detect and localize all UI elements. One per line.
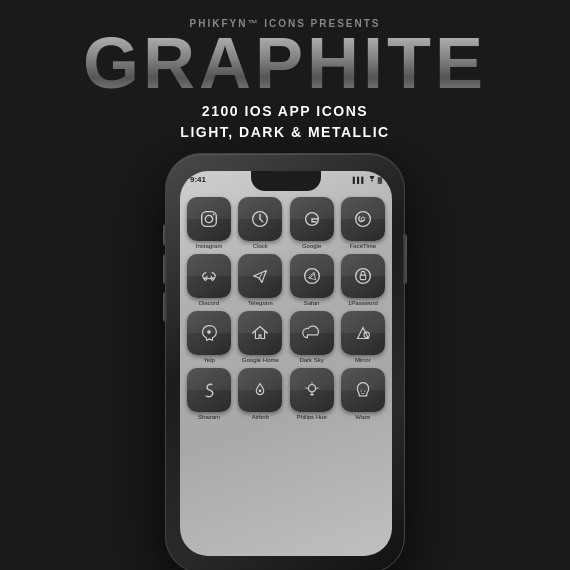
facetime-icon-bg [341, 197, 385, 241]
svg-point-17 [207, 330, 211, 334]
main-title: GRAPHITE [83, 27, 487, 99]
svg-line-11 [259, 273, 262, 279]
app-google-home[interactable]: Google Home [237, 311, 283, 363]
signal-icon: ▌▌▌ [353, 177, 366, 183]
airbnb-icon-bg [238, 368, 282, 412]
app-mirror[interactable]: Mirror [340, 311, 386, 363]
screen-content: Instagram Clock [186, 193, 386, 420]
discord-label: Discord [199, 300, 219, 306]
google-home-label: Google Home [242, 357, 279, 363]
volume-up-button [163, 254, 167, 284]
svg-rect-16 [360, 275, 366, 280]
svg-point-10 [211, 276, 213, 278]
svg-point-28 [360, 390, 361, 391]
svg-point-21 [259, 390, 262, 393]
airbnb-label: Airbnb [252, 414, 269, 420]
app-discord[interactable]: Discord [186, 254, 232, 306]
silent-switch [163, 224, 167, 246]
app-grid: Instagram Clock [186, 197, 386, 420]
svg-point-7 [356, 212, 371, 227]
app-airbnb[interactable]: Airbnb [237, 368, 283, 420]
app-telegram[interactable]: Telegram [237, 254, 283, 306]
phone-screen: 9:41 ▌▌▌ ▓ [180, 171, 392, 556]
app-clock[interactable]: Clock [237, 197, 283, 249]
app-waze[interactable]: Waze [340, 368, 386, 420]
app-instagram[interactable]: Instagram [186, 197, 232, 249]
philips-hue-label: Philips Hue [296, 414, 326, 420]
facetime-label: FaceTime [350, 243, 376, 249]
wifi-icon [368, 176, 376, 184]
app-google[interactable]: Google [289, 197, 335, 249]
google-icon-bg [290, 197, 334, 241]
phone-mockup: 9:41 ▌▌▌ ▓ [165, 153, 405, 553]
waze-icon-bg [341, 368, 385, 412]
app-shazam[interactable]: Shazam [186, 368, 232, 420]
svg-point-9 [206, 276, 208, 278]
status-time: 9:41 [190, 175, 206, 184]
dark-sky-icon-bg [290, 311, 334, 355]
google-home-icon-bg [238, 311, 282, 355]
clock-label: Clock [253, 243, 268, 249]
mirror-icon-bg [341, 311, 385, 355]
shazam-label: Shazam [198, 414, 220, 420]
header: PHIKFYN™ ICONS PRESENTS GRAPHITE 2100 iO… [83, 0, 487, 143]
instagram-label: Instagram [196, 243, 223, 249]
svg-point-22 [308, 385, 315, 392]
dark-sky-label: Dark Sky [299, 357, 323, 363]
waze-label: Waze [355, 414, 370, 420]
yelp-label: Yelp [203, 357, 214, 363]
clock-icon-bg [238, 197, 282, 241]
app-yelp[interactable]: Yelp [186, 311, 232, 363]
instagram-icon-bg [187, 197, 231, 241]
app-1password[interactable]: 1Password [340, 254, 386, 306]
discord-icon-bg [187, 254, 231, 298]
notch [251, 171, 321, 191]
power-button [403, 234, 407, 284]
svg-marker-18 [357, 328, 368, 339]
volume-down-button [163, 292, 167, 322]
safari-label: Safari [304, 300, 320, 306]
telegram-icon-bg [238, 254, 282, 298]
mirror-label: Mirror [355, 357, 371, 363]
telegram-label: Telegram [248, 300, 273, 306]
svg-point-15 [356, 269, 371, 284]
app-philips-hue[interactable]: Philips Hue [289, 368, 335, 420]
status-icons: ▌▌▌ ▓ [353, 176, 382, 184]
shazam-icon-bg [187, 368, 231, 412]
subtitle-line2: LIGHT, DARK & METALLIC [180, 124, 389, 140]
app-dark-sky[interactable]: Dark Sky [289, 311, 335, 363]
google-label: Google [302, 243, 321, 249]
1password-label: 1Password [348, 300, 378, 306]
svg-line-5 [260, 219, 263, 222]
safari-icon-bg [290, 254, 334, 298]
subtitle: 2100 iOS APP ICONS LIGHT, DARK & METALLI… [83, 101, 487, 143]
1password-icon-bg [341, 254, 385, 298]
battery-icon: ▓ [378, 177, 382, 183]
philips-hue-icon-bg [290, 368, 334, 412]
subtitle-line1: 2100 iOS APP ICONS [202, 103, 368, 119]
yelp-icon-bg [187, 311, 231, 355]
svg-point-2 [213, 214, 215, 216]
phone-body: 9:41 ▌▌▌ ▓ [165, 153, 405, 570]
svg-point-1 [205, 215, 212, 222]
svg-point-29 [364, 390, 365, 391]
svg-rect-0 [202, 212, 217, 227]
app-safari[interactable]: Safari [289, 254, 335, 306]
app-facetime[interactable]: FaceTime [340, 197, 386, 249]
